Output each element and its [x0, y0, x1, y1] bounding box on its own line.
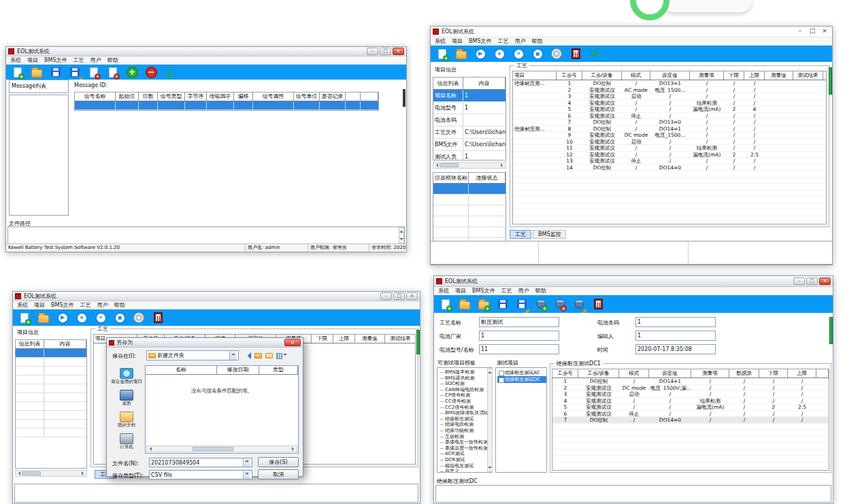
table-row[interactable]: 13安规测试仪停止//// — [513, 158, 826, 165]
db-edit-icon[interactable] — [572, 297, 586, 311]
scrollbar-thumb[interactable] — [403, 89, 405, 107]
save-in-combo[interactable]: 新建文件夹 — [146, 350, 239, 360]
open-folder-icon[interactable] — [30, 65, 44, 79]
table-row[interactable]: BMS文件C:\Users\lichangjiang\Desktop\ — [433, 139, 506, 151]
table-row[interactable]: 3安规测试仪启动//// — [513, 93, 826, 100]
table-row[interactable]: 工艺文件C:\Users\lichangjiang\Desktop\ — [433, 127, 506, 139]
info-hscrollbar[interactable] — [15, 470, 87, 477]
remove-icon[interactable]: − — [144, 65, 158, 79]
minimize-button[interactable]: – — [795, 28, 806, 35]
table-row[interactable] — [552, 450, 829, 456]
place-documents[interactable]: 我的文档 — [118, 411, 135, 428]
table-row[interactable]: 项目名称1 — [433, 90, 506, 102]
close-button[interactable]: × — [393, 48, 404, 55]
table-row[interactable]: 6安规测试仪停止///// — [552, 411, 829, 418]
tree-item[interactable]: 单体温度一致性检测 — [439, 446, 492, 452]
open-folder-icon[interactable] — [458, 297, 471, 311]
table-row[interactable]: 绝缘耐压测...1DO控制/DO13=1/// — [513, 80, 826, 87]
table-row[interactable] — [16, 420, 86, 429]
scrollbar-thumb[interactable] — [829, 317, 833, 344]
new-file-icon[interactable]: + — [435, 47, 449, 61]
place-recent[interactable]: 最近使用的项目 — [111, 368, 142, 384]
table-row[interactable] — [433, 195, 506, 205]
table-row[interactable] — [16, 349, 86, 358]
battery-vendor-input[interactable]: 1 — [479, 331, 559, 341]
menu-item[interactable]: 项目 — [34, 301, 45, 309]
tree-item[interactable]: 互锁检测 — [439, 434, 492, 440]
tree-item[interactable]: DCR测试 — [439, 457, 492, 463]
title-bar[interactable]: EOL测试系统 – □ × — [13, 292, 420, 301]
table-row[interactable] — [513, 203, 826, 210]
close-button[interactable]: × — [819, 28, 830, 35]
template-tree-scrollbar[interactable] — [487, 368, 493, 472]
menu-item[interactable]: BMS文件 — [472, 287, 495, 295]
tree-item[interactable]: 绝缘功能检测 — [439, 428, 492, 434]
play-icon[interactable]: ▶ — [56, 311, 69, 324]
db-add-icon[interactable]: + — [534, 297, 548, 311]
menu-item[interactable]: 帮助 — [535, 287, 546, 295]
menu-item[interactable]: 用户 — [514, 37, 525, 45]
table-row[interactable] — [552, 469, 829, 471]
step-forward-icon[interactable]: » — [94, 311, 107, 324]
proc-name-input[interactable]: 耐压测试 — [479, 317, 559, 327]
scrollbar-thumb[interactable] — [829, 67, 832, 95]
file-delete-icon[interactable]: • — [106, 65, 120, 79]
tree-item[interactable]: SOC检测 — [439, 381, 492, 387]
place-desktop[interactable]: 桌面 — [120, 390, 133, 406]
table-row[interactable]: 14DO控制/DO14=0/// — [513, 165, 826, 171]
new-folder-icon[interactable] — [265, 353, 273, 358]
save-icon[interactable] — [496, 297, 510, 311]
table-row[interactable] — [16, 429, 86, 437]
save-button[interactable]: 保存(S) — [258, 457, 299, 467]
menu-item[interactable]: 系统 — [17, 301, 28, 309]
open-folder-icon[interactable] — [37, 311, 50, 324]
editor-input[interactable]: 1 — [635, 331, 716, 341]
table-row[interactable]: 4安规测试仪//结果检测// — [513, 100, 826, 107]
file-delete-icon[interactable]: • — [87, 65, 101, 79]
table-row[interactable]: 电池条码 — [433, 114, 506, 127]
save-icon[interactable] — [49, 65, 63, 79]
table-row[interactable]: 4安规测试仪//结果检测/// — [552, 398, 829, 405]
log-area[interactable] — [435, 485, 831, 503]
new-file-icon[interactable]: + — [439, 297, 452, 311]
dialog-close-button[interactable]: × — [284, 339, 301, 346]
menu-item[interactable]: 用户 — [97, 301, 107, 309]
table-row[interactable]: 7DO控制/DO13=0/// — [513, 119, 826, 126]
table-row[interactable] — [552, 463, 829, 469]
table-row[interactable] — [513, 178, 826, 184]
disc-icon[interactable] — [550, 47, 563, 61]
table-row[interactable] — [552, 424, 829, 431]
tree-item[interactable]: CP信号检测 — [439, 392, 492, 399]
menu-item[interactable]: 用户 — [518, 287, 529, 295]
table-row[interactable]: 9安规测试仪DC mode电压_1500.../// — [513, 132, 826, 139]
add-icon[interactable]: + — [125, 65, 139, 79]
table-row[interactable] — [513, 197, 826, 203]
table-row[interactable] — [433, 227, 506, 238]
menu-item[interactable]: 帮助 — [531, 37, 542, 45]
close-button[interactable]: × — [406, 292, 418, 300]
menu-item[interactable]: BMS文件 — [469, 37, 491, 45]
table-row[interactable] — [16, 358, 86, 367]
calculator-icon[interactable] — [591, 297, 605, 311]
place-computer[interactable]: 计算机 — [120, 433, 133, 450]
tree-item[interactable]: BMS版本检测 — [439, 369, 492, 375]
save-as-icon[interactable] — [515, 297, 529, 311]
table-row[interactable]: 5安规测试仪//漏电流(mA)24 — [513, 106, 826, 113]
info-hscrollbar[interactable] — [433, 162, 506, 169]
play-icon[interactable]: ▶ — [474, 47, 487, 61]
title-bar[interactable]: EOL测试系统 – □ × — [6, 47, 406, 56]
db-delete-icon[interactable]: × — [553, 297, 567, 311]
table-row[interactable] — [433, 184, 506, 195]
pause-icon[interactable]: Ⅱ — [75, 311, 88, 324]
tree-item[interactable]: 绝缘耐压测试 — [439, 416, 492, 422]
table-row[interactable] — [16, 402, 86, 411]
table-row[interactable]: 2安规测试仪AC mode电压_1500.../// — [513, 87, 826, 94]
table-row[interactable]: 绝缘耐压测...8DO控制/DO14=1/// — [513, 126, 826, 133]
table-row[interactable]: 测试人员1 — [433, 151, 506, 161]
menu-item[interactable]: 项目 — [452, 37, 463, 45]
menu-item[interactable]: 帮助 — [114, 301, 125, 309]
table-row[interactable] — [16, 411, 86, 420]
maximize-button[interactable]: □ — [393, 292, 405, 300]
tree-item[interactable]: CC信号检测 — [439, 399, 492, 405]
table-row[interactable] — [513, 216, 826, 223]
